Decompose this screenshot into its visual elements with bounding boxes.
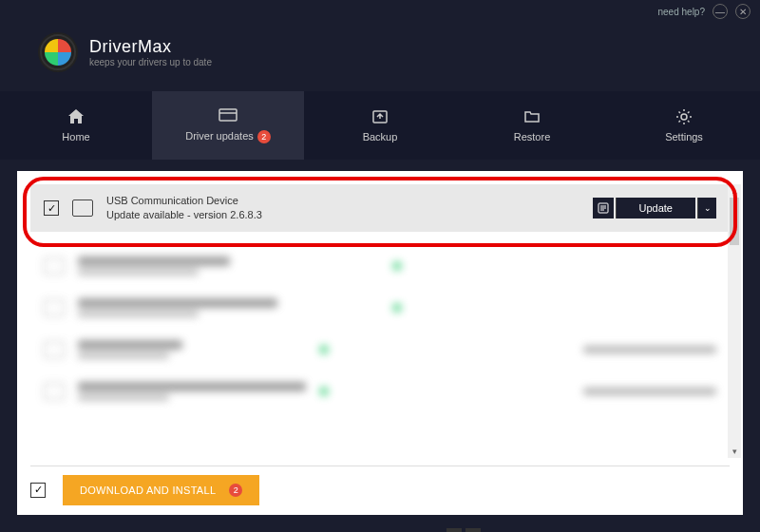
scrollbar[interactable]: ▴ ▾ bbox=[728, 184, 741, 458]
device-icon bbox=[72, 200, 93, 217]
update-button[interactable]: Update bbox=[616, 198, 695, 218]
driver-row: ✓ USB Communication Device Update availa… bbox=[30, 184, 730, 232]
app-subtitle: keeps your drivers up to date bbox=[89, 57, 212, 67]
tab-home[interactable]: Home bbox=[0, 91, 152, 160]
tab-label: Backup bbox=[363, 131, 398, 142]
driver-status: Update available - version 2.6.8.3 bbox=[106, 208, 580, 222]
gear-icon bbox=[674, 108, 694, 125]
driver-checkbox[interactable]: ✓ bbox=[44, 200, 59, 216]
blurred-driver-list bbox=[30, 245, 730, 412]
backup-icon bbox=[370, 108, 390, 125]
help-link[interactable]: need help? bbox=[658, 7, 706, 17]
app-title: DriverMax bbox=[89, 37, 212, 57]
tab-restore[interactable]: Restore bbox=[456, 91, 608, 160]
tab-backup[interactable]: Backup bbox=[304, 91, 456, 160]
svg-rect-0 bbox=[219, 109, 237, 121]
content-panel: ✓ USB Communication Device Update availa… bbox=[17, 171, 743, 515]
google-plus-link[interactable]: g+ bbox=[466, 528, 481, 532]
download-badge: 2 bbox=[229, 484, 242, 497]
main-tabs: Home Driver updates2 Backup Restore Sett… bbox=[0, 91, 760, 160]
tab-driver-updates[interactable]: Driver updates2 bbox=[152, 91, 304, 160]
app-logo bbox=[38, 32, 78, 72]
updates-badge: 2 bbox=[257, 130, 271, 143]
tab-label: Driver updates bbox=[185, 130, 254, 142]
close-button[interactable]: ✕ bbox=[735, 4, 750, 19]
update-dropdown[interactable]: ⌄ bbox=[697, 198, 716, 218]
tab-label: Home bbox=[62, 131, 89, 142]
download-label: DOWNLOAD AND INSTALL bbox=[80, 484, 216, 496]
driver-name: USB Communication Device bbox=[106, 194, 580, 208]
scroll-thumb[interactable] bbox=[730, 198, 739, 245]
svg-point-3 bbox=[681, 114, 687, 120]
scroll-down-arrow-icon[interactable]: ▾ bbox=[728, 445, 741, 458]
tab-label: Restore bbox=[514, 131, 551, 142]
updates-icon bbox=[218, 107, 238, 124]
tab-label: Settings bbox=[665, 131, 703, 142]
restore-icon bbox=[522, 108, 542, 125]
driver-details-button[interactable] bbox=[593, 198, 614, 218]
facebook-link[interactable]: f bbox=[446, 528, 462, 532]
scroll-up-arrow-icon[interactable]: ▴ bbox=[728, 184, 741, 198]
home-icon bbox=[66, 108, 86, 125]
minimize-button[interactable]: — bbox=[712, 4, 728, 19]
footer: © 2017 DriverMax PRO version 9.17 f g+ bbox=[0, 522, 760, 532]
app-header: DriverMax keeps your drivers up to date bbox=[0, 23, 760, 91]
select-all-checkbox[interactable]: ✓ bbox=[30, 483, 46, 498]
download-install-button[interactable]: DOWNLOAD AND INSTALL 2 bbox=[63, 475, 259, 505]
tab-settings[interactable]: Settings bbox=[608, 91, 760, 160]
